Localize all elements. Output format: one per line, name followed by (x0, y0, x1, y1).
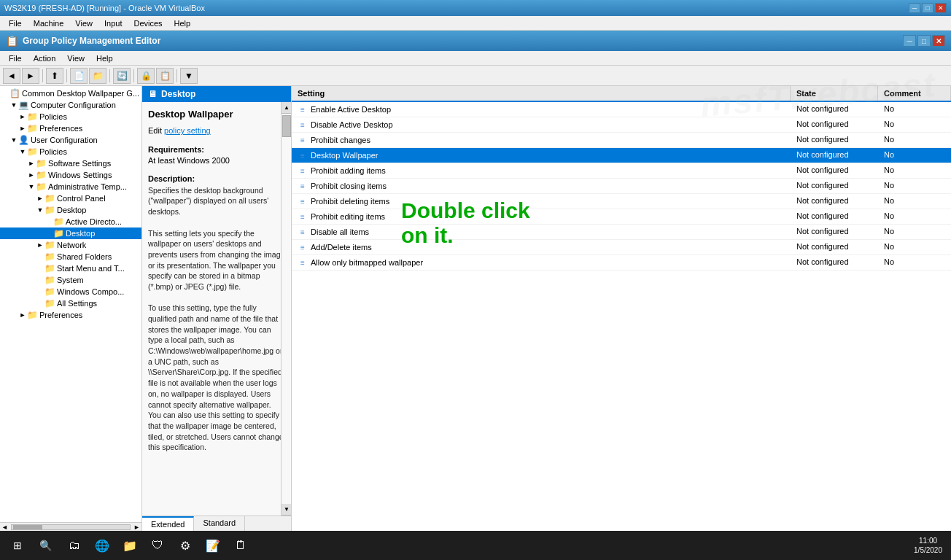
toolbar-refresh-btn[interactable]: 🔄 (113, 68, 131, 84)
vbox-close-btn[interactable]: ✕ (935, 3, 947, 13)
row-setting: ≡ Prohibit changes (292, 133, 791, 147)
tree-label: System (57, 276, 84, 284)
tree-icon: 📁 (35, 158, 47, 168)
tree-label: Administrative Temp... (48, 182, 127, 191)
table-row[interactable]: ≡ Disable Active Desktop Not configured … (292, 117, 951, 133)
tree-item[interactable]: ▼ 💻 Computer Configuration (0, 99, 141, 111)
table-row[interactable]: ≡ Desktop Wallpaper Not configured No (292, 148, 951, 163)
row-comment: No (878, 179, 951, 193)
folder-icon: 🖥 (148, 89, 157, 99)
vbox-menu-machine[interactable]: Machine (28, 18, 70, 29)
vbox-menu-input[interactable]: Input (98, 18, 128, 29)
middle-edit-section: Edit policy setting (148, 125, 285, 136)
tree-item[interactable]: ▼ 📁 Policies (0, 146, 141, 158)
tree-item[interactable]: ► 📁 Preferences (0, 309, 141, 321)
tree-label: Active Directo... (66, 217, 122, 226)
tab-standard[interactable]: Standard (194, 516, 245, 531)
tree-label: Start Menu and T... (57, 264, 125, 273)
row-comment: No (878, 240, 951, 254)
policy-link[interactable]: policy setting (164, 126, 211, 135)
table-row[interactable]: ≡ Allow only bitmapped wallpaper Not con… (292, 255, 951, 271)
app-minimize-btn[interactable]: ─ (903, 35, 916, 47)
table-row[interactable]: ≡ Disable all items Not configured No (292, 225, 951, 240)
table-row[interactable]: ≡ Prohibit editing items Not configured … (292, 209, 951, 225)
toolbar-clip-btn[interactable]: 📋 (156, 68, 174, 84)
scroll-up-btn[interactable]: ▲ (282, 102, 291, 114)
scroll-left-btn[interactable]: ◄ (0, 524, 9, 531)
app-menu-help[interactable]: Help (90, 52, 119, 64)
toolbar-sep4 (133, 69, 134, 82)
toolbar-new-btn[interactable]: 📄 (70, 68, 88, 84)
description-label: Description: (148, 174, 285, 184)
tree-item[interactable]: 📁 System (0, 274, 141, 286)
tree-item[interactable]: 📋 Common Desktop Wallpaper G... (0, 88, 141, 99)
middle-header: 🖥 Desktop (142, 86, 291, 102)
vbox-minimize-btn[interactable]: ─ (909, 3, 920, 13)
scroll-right-btn[interactable]: ► (132, 524, 141, 531)
app-close-btn[interactable]: ✕ (932, 35, 945, 47)
app-menu-file[interactable]: File (3, 52, 28, 64)
tree-item[interactable]: ▼ 📁 Administrative Temp... (0, 181, 141, 192)
tree-item[interactable]: ► 📁 Preferences (0, 122, 141, 134)
row-setting: ≡ Prohibit adding items (292, 163, 791, 178)
vbox-title: WS2K19 (FRESH-AD) [Running] - Oracle VM … (4, 4, 205, 12)
tree-item[interactable]: ▼ 👤 User Configuration (0, 134, 141, 146)
tree-item[interactable]: 📁 Desktop (0, 228, 141, 239)
tree-item[interactable]: ► 📁 Software Settings (0, 158, 141, 169)
vbox-menu-devices[interactable]: Devices (128, 18, 168, 29)
row-comment: No (878, 194, 951, 209)
setting-icon: ≡ (298, 120, 308, 130)
row-comment: No (878, 133, 951, 147)
table-row[interactable]: ≡ Enable Active Desktop Not configured N… (292, 102, 951, 117)
vbox-maximize-btn[interactable]: □ (922, 3, 933, 13)
tree-item[interactable]: ► 📁 Network (0, 239, 141, 251)
vbox-menu-file[interactable]: File (3, 18, 28, 29)
table-row[interactable]: ≡ Prohibit changes Not configured No (292, 133, 951, 148)
setting-icon: ≡ (298, 104, 308, 114)
app-menu-action[interactable]: Action (28, 52, 62, 64)
scroll-down-btn[interactable]: ▼ (282, 504, 291, 516)
tree-icon: 📁 (44, 287, 55, 297)
tree-item[interactable]: ► 📁 Windows Settings (0, 169, 141, 181)
row-comment: No (878, 148, 951, 163)
h-scrollbar[interactable] (11, 524, 131, 530)
tree-item[interactable]: 📁 Start Menu and T... (0, 262, 141, 274)
vbox-menu-help[interactable]: Help (168, 18, 197, 29)
table-row[interactable]: ≡ Prohibit adding items Not configured N… (292, 163, 951, 179)
table-row[interactable]: ≡ Prohibit closing items Not configured … (292, 179, 951, 194)
tree-label: Policies (39, 112, 67, 121)
h-scroll-thumb (13, 525, 42, 529)
tree-item[interactable]: 📁 Windows Compo... (0, 286, 141, 298)
toolbar-sep2 (66, 69, 67, 82)
app-menu-view[interactable]: View (61, 52, 90, 64)
table-row[interactable]: ≡ Add/Delete items Not configured No (292, 240, 951, 255)
tree-label: Common Desktop Wallpaper G... (22, 89, 139, 98)
tree-item[interactable]: 📁 All Settings (0, 298, 141, 309)
row-state: Not configured (791, 133, 878, 147)
tree-item[interactable]: 📁 Shared Folders (0, 251, 141, 262)
app-titlebar: 📋 Group Policy Management Editor ─ □ ✕ (0, 31, 951, 51)
description-text: Specifies the desktop background ("wallp… (148, 185, 285, 453)
vbox-menu-view[interactable]: View (69, 18, 98, 29)
tree-item[interactable]: ▼ 📁 Desktop (0, 204, 141, 216)
tree-item[interactable]: 📁 Active Directo... (0, 216, 141, 228)
tab-extended[interactable]: Extended (142, 516, 194, 531)
middle-header-title: Desktop (161, 89, 195, 99)
toolbar-lock-btn[interactable]: 🔒 (137, 68, 155, 84)
tree-icon: 📁 (26, 112, 38, 122)
tree-item[interactable]: ► 📁 Policies (0, 111, 141, 122)
row-setting: ≡ Desktop Wallpaper (292, 148, 791, 163)
table-row[interactable]: ≡ Prohibit deleting items Not configured… (292, 194, 951, 209)
tree-arrow: ► (28, 160, 35, 167)
tree-icon: 📋 (9, 88, 20, 98)
toolbar-filter-btn[interactable]: ▼ (180, 68, 198, 84)
toolbar-folder-btn[interactable]: 📁 (89, 68, 106, 84)
app-maximize-btn[interactable]: □ (917, 35, 931, 47)
tree-item[interactable]: ► 📁 Control Panel (0, 192, 141, 204)
setting-icon: ≡ (298, 227, 308, 237)
toolbar-forward-btn[interactable]: ► (22, 68, 39, 84)
row-setting: ≡ Prohibit editing items (292, 209, 791, 224)
toolbar-back-btn[interactable]: ◄ (3, 68, 20, 84)
setting-icon: ≡ (298, 150, 308, 160)
toolbar-up-btn[interactable]: ⬆ (46, 68, 63, 84)
